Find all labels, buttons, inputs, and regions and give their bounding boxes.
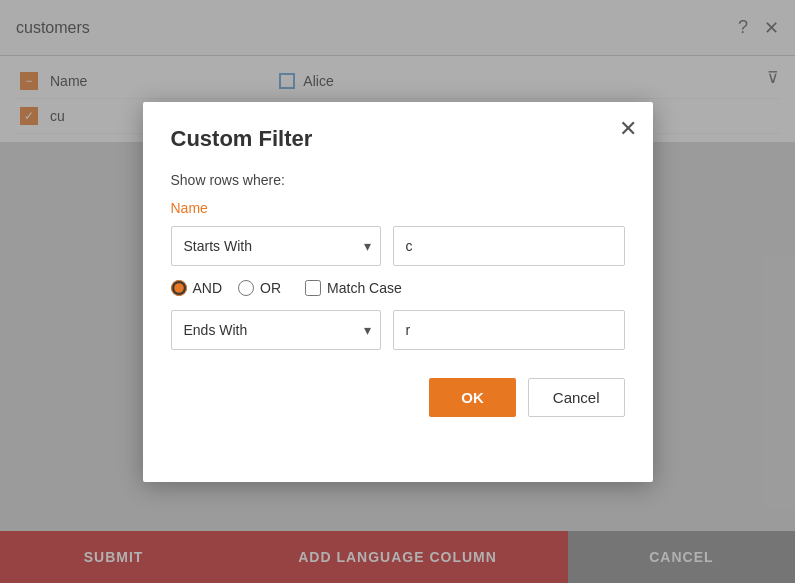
operator-2-wrapper: Starts With Ends With Contains Equals Do… (171, 310, 381, 350)
and-or-row: AND OR Match Case (171, 280, 625, 296)
modal-overlay: Custom Filter ✕ Show rows where: Name St… (0, 0, 795, 583)
and-radio[interactable] (171, 280, 187, 296)
operator-1-select[interactable]: Starts With Ends With Contains Equals Do… (171, 226, 381, 266)
dialog-title: Custom Filter (171, 126, 625, 152)
dialog-close-button[interactable]: ✕ (619, 118, 637, 140)
and-label: AND (193, 280, 223, 296)
or-radio-label[interactable]: OR (238, 280, 281, 296)
match-case-checkbox[interactable] (305, 280, 321, 296)
ok-button[interactable]: OK (429, 378, 516, 417)
and-radio-label[interactable]: AND (171, 280, 223, 296)
operator-1-wrapper: Starts With Ends With Contains Equals Do… (171, 226, 381, 266)
dialog-footer: OK Cancel (171, 378, 625, 417)
filter-1-value-input[interactable] (393, 226, 625, 266)
filter-2-value-input[interactable] (393, 310, 625, 350)
custom-filter-dialog: Custom Filter ✕ Show rows where: Name St… (143, 102, 653, 482)
match-case-text: Match Case (327, 280, 402, 296)
operator-2-select[interactable]: Starts With Ends With Contains Equals Do… (171, 310, 381, 350)
match-case-label[interactable]: Match Case (305, 280, 402, 296)
cancel-button[interactable]: Cancel (528, 378, 625, 417)
or-label: OR (260, 280, 281, 296)
or-radio[interactable] (238, 280, 254, 296)
show-rows-label: Show rows where: (171, 172, 625, 188)
filter-row-2: Starts With Ends With Contains Equals Do… (171, 310, 625, 350)
filter-row-1: Starts With Ends With Contains Equals Do… (171, 226, 625, 266)
field-label: Name (171, 200, 625, 216)
